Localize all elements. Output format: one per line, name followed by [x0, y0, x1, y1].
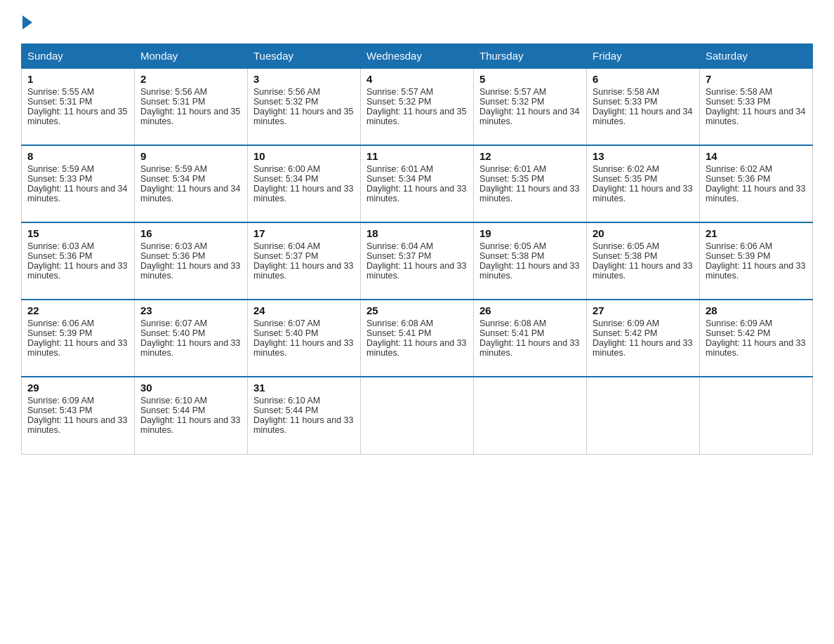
daylight-info: Daylight: 11 hours and 33 minutes.	[140, 338, 240, 358]
day-number: 1	[27, 73, 128, 85]
weekday-header-saturday: Saturday	[700, 44, 813, 69]
day-number: 23	[140, 304, 241, 316]
calendar-cell: 12 Sunrise: 6:01 AM Sunset: 5:35 PM Dayl…	[474, 145, 587, 222]
calendar-cell: 20 Sunrise: 6:05 AM Sunset: 5:38 PM Dayl…	[587, 222, 700, 300]
calendar-cell: 17 Sunrise: 6:04 AM Sunset: 5:37 PM Dayl…	[248, 222, 361, 300]
daylight-info: Daylight: 11 hours and 33 minutes.	[27, 261, 127, 281]
weekday-header-tuesday: Tuesday	[248, 44, 361, 69]
calendar-week-4: 22 Sunrise: 6:06 AM Sunset: 5:39 PM Dayl…	[22, 300, 813, 377]
sunset-info: Sunset: 5:44 PM	[253, 405, 318, 415]
daylight-info: Daylight: 11 hours and 33 minutes.	[140, 261, 240, 281]
day-number: 31	[253, 382, 355, 394]
calendar-week-5: 29 Sunrise: 6:09 AM Sunset: 5:43 PM Dayl…	[22, 377, 813, 454]
day-number: 10	[253, 150, 355, 162]
daylight-info: Daylight: 11 hours and 34 minutes.	[593, 107, 692, 126]
calendar-cell: 3 Sunrise: 5:56 AM Sunset: 5:32 PM Dayli…	[248, 68, 361, 145]
calendar-cell: 22 Sunrise: 6:06 AM Sunset: 5:39 PM Dayl…	[22, 300, 135, 377]
weekday-header-thursday: Thursday	[474, 44, 587, 69]
sunset-info: Sunset: 5:38 PM	[479, 251, 544, 261]
weekday-header-row: SundayMondayTuesdayWednesdayThursdayFrid…	[22, 44, 813, 69]
sunrise-info: Sunrise: 5:56 AM	[140, 87, 207, 97]
day-number: 21	[706, 227, 807, 239]
sunrise-info: Sunrise: 6:04 AM	[366, 241, 433, 251]
daylight-info: Daylight: 11 hours and 35 minutes.	[27, 107, 127, 126]
day-number: 30	[140, 382, 241, 394]
sunset-info: Sunset: 5:34 PM	[253, 174, 318, 184]
day-number: 24	[253, 304, 355, 316]
sunset-info: Sunset: 5:33 PM	[593, 97, 657, 107]
sunrise-info: Sunrise: 6:05 AM	[593, 241, 659, 251]
sunrise-info: Sunrise: 5:59 AM	[27, 164, 94, 174]
daylight-info: Daylight: 11 hours and 33 minutes.	[593, 338, 692, 358]
calendar-cell: 16 Sunrise: 6:03 AM Sunset: 5:36 PM Dayl…	[135, 222, 248, 300]
sunset-info: Sunset: 5:37 PM	[253, 251, 318, 261]
sunset-info: Sunset: 5:32 PM	[366, 97, 431, 107]
day-number: 6	[593, 73, 694, 85]
daylight-info: Daylight: 11 hours and 34 minutes.	[140, 184, 240, 203]
sunrise-info: Sunrise: 6:01 AM	[479, 164, 546, 174]
daylight-info: Daylight: 11 hours and 33 minutes.	[253, 261, 353, 281]
calendar-cell: 7 Sunrise: 5:58 AM Sunset: 5:33 PM Dayli…	[700, 68, 813, 145]
sunset-info: Sunset: 5:31 PM	[140, 97, 205, 107]
sunrise-info: Sunrise: 6:06 AM	[27, 318, 94, 328]
calendar-cell: 29 Sunrise: 6:09 AM Sunset: 5:43 PM Dayl…	[22, 377, 135, 454]
daylight-info: Daylight: 11 hours and 33 minutes.	[140, 415, 240, 435]
calendar-cell	[361, 377, 474, 454]
day-number: 28	[706, 304, 807, 316]
daylight-info: Daylight: 11 hours and 33 minutes.	[706, 261, 805, 281]
calendar-cell	[700, 377, 813, 454]
calendar-cell: 21 Sunrise: 6:06 AM Sunset: 5:39 PM Dayl…	[700, 222, 813, 300]
day-number: 11	[366, 150, 468, 162]
sunset-info: Sunset: 5:41 PM	[479, 328, 544, 338]
sunrise-info: Sunrise: 6:08 AM	[366, 318, 433, 328]
sunset-info: Sunset: 5:37 PM	[366, 251, 431, 261]
sunset-info: Sunset: 5:34 PM	[366, 174, 431, 184]
sunrise-info: Sunrise: 6:10 AM	[253, 396, 320, 405]
sunrise-info: Sunrise: 6:02 AM	[706, 164, 772, 174]
sunset-info: Sunset: 5:42 PM	[593, 328, 657, 338]
sunrise-info: Sunrise: 6:03 AM	[140, 241, 207, 251]
day-number: 17	[253, 227, 355, 239]
day-number: 2	[140, 73, 241, 85]
sunrise-info: Sunrise: 6:08 AM	[479, 318, 546, 328]
sunrise-info: Sunrise: 5:58 AM	[593, 87, 659, 97]
daylight-info: Daylight: 11 hours and 34 minutes.	[27, 184, 127, 203]
calendar-week-3: 15 Sunrise: 6:03 AM Sunset: 5:36 PM Dayl…	[22, 222, 813, 300]
day-number: 3	[253, 73, 355, 85]
sunset-info: Sunset: 5:42 PM	[706, 328, 770, 338]
calendar-cell: 19 Sunrise: 6:05 AM Sunset: 5:38 PM Dayl…	[474, 222, 587, 300]
day-number: 13	[593, 150, 694, 162]
sunset-info: Sunset: 5:34 PM	[140, 174, 205, 184]
calendar-cell: 26 Sunrise: 6:08 AM Sunset: 5:41 PM Dayl…	[474, 300, 587, 377]
day-number: 20	[593, 227, 694, 239]
daylight-info: Daylight: 11 hours and 33 minutes.	[253, 415, 353, 435]
calendar-cell: 9 Sunrise: 5:59 AM Sunset: 5:34 PM Dayli…	[135, 145, 248, 222]
day-number: 12	[479, 150, 581, 162]
weekday-header-wednesday: Wednesday	[361, 44, 474, 69]
sunset-info: Sunset: 5:33 PM	[27, 174, 92, 184]
day-number: 29	[27, 382, 128, 394]
sunrise-info: Sunrise: 5:57 AM	[366, 87, 433, 97]
daylight-info: Daylight: 11 hours and 33 minutes.	[253, 338, 353, 358]
calendar-cell: 31 Sunrise: 6:10 AM Sunset: 5:44 PM Dayl…	[248, 377, 361, 454]
calendar-cell: 8 Sunrise: 5:59 AM Sunset: 5:33 PM Dayli…	[22, 145, 135, 222]
sunset-info: Sunset: 5:40 PM	[140, 328, 205, 338]
calendar-cell: 28 Sunrise: 6:09 AM Sunset: 5:42 PM Dayl…	[700, 300, 813, 377]
sunrise-info: Sunrise: 6:07 AM	[253, 318, 320, 328]
sunrise-info: Sunrise: 5:57 AM	[479, 87, 546, 97]
calendar-cell: 30 Sunrise: 6:10 AM Sunset: 5:44 PM Dayl…	[135, 377, 248, 454]
logo-arrow-icon	[22, 15, 32, 29]
daylight-info: Daylight: 11 hours and 33 minutes.	[593, 184, 692, 203]
daylight-info: Daylight: 11 hours and 34 minutes.	[479, 107, 579, 126]
daylight-info: Daylight: 11 hours and 33 minutes.	[706, 184, 805, 203]
daylight-info: Daylight: 11 hours and 33 minutes.	[479, 338, 579, 358]
sunrise-info: Sunrise: 6:01 AM	[366, 164, 433, 174]
day-number: 7	[706, 73, 807, 85]
daylight-info: Daylight: 11 hours and 33 minutes.	[366, 338, 466, 358]
daylight-info: Daylight: 11 hours and 35 minutes.	[253, 107, 353, 126]
sunset-info: Sunset: 5:40 PM	[253, 328, 318, 338]
calendar-cell: 14 Sunrise: 6:02 AM Sunset: 5:36 PM Dayl…	[700, 145, 813, 222]
day-number: 14	[706, 150, 807, 162]
sunrise-info: Sunrise: 5:58 AM	[706, 87, 772, 97]
sunrise-info: Sunrise: 6:09 AM	[593, 318, 659, 328]
